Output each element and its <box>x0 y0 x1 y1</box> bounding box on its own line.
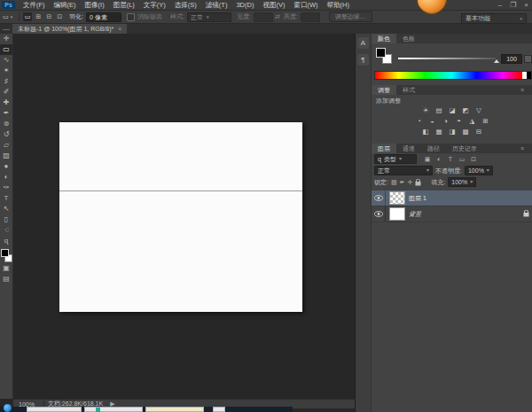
screen-mode-button[interactable]: ▤ <box>0 274 12 284</box>
filter-pixel-layers-icon[interactable]: ▣ <box>423 155 432 163</box>
brightness-contrast-icon[interactable]: ☀ <box>420 106 431 115</box>
layer-thumbnail[interactable] <box>389 207 405 221</box>
crop-tool-icon[interactable]: ♯ <box>0 76 12 87</box>
color-spectrum-ramp[interactable] <box>374 71 532 80</box>
levels-icon[interactable]: ▤ <box>434 106 444 115</box>
slider-option-icon[interactable] <box>524 55 532 63</box>
tab-history[interactable]: 历史记录 <box>446 144 483 153</box>
selective-color-icon[interactable]: ⊟ <box>473 128 484 136</box>
taskbar-app-icon[interactable] <box>4 404 12 412</box>
eyedropper-tool-icon[interactable]: ✐ <box>0 87 12 97</box>
menu-filter[interactable]: 滤镜(T) <box>201 0 232 10</box>
hue-saturation-icon[interactable]: ◔ <box>414 117 425 126</box>
quick-selection-tool-icon[interactable]: ✶ <box>0 66 12 76</box>
menu-layer[interactable]: 图层(L) <box>109 0 139 10</box>
exposure-icon[interactable]: ◩ <box>460 106 471 115</box>
dock-collapse-icon[interactable]: — <box>3 24 10 34</box>
lock-image-pixels-icon[interactable]: ✒ <box>400 179 405 186</box>
subtract-from-selection-icon[interactable]: ⊟ <box>44 12 53 21</box>
lasso-tool-icon[interactable]: ∿ <box>0 55 12 66</box>
layer-filter-dropdown[interactable]: ɋ 类型 ▾ <box>374 154 417 164</box>
menu-select[interactable]: 选择(S) <box>170 0 201 10</box>
path-selection-tool-icon[interactable]: ↖ <box>0 204 12 214</box>
filter-type-layers-icon[interactable]: T <box>446 155 455 163</box>
foreground-color-swatch[interactable] <box>1 249 9 257</box>
panel-color-swatches[interactable] <box>376 48 392 64</box>
minimize-button[interactable]: – <box>498 0 502 10</box>
threshold-icon[interactable]: ◨ <box>447 128 458 136</box>
invert-icon[interactable]: ◧ <box>420 128 431 136</box>
intersect-selection-icon[interactable]: ⊡ <box>55 12 64 21</box>
clone-stamp-tool-icon[interactable]: ⊛ <box>0 119 12 129</box>
panel-tab[interactable]: 色板 <box>396 34 421 43</box>
document-tab[interactable]: 未标题-1 @ 100%(图层 1, RGB/8)* × <box>12 24 127 34</box>
fill-field[interactable]: 100% ▾ <box>448 177 476 187</box>
visibility-toggle[interactable] <box>372 190 386 206</box>
history-brush-tool-icon[interactable]: ↺ <box>0 129 12 140</box>
lock-transparent-pixels-icon[interactable]: ▨ <box>391 179 397 186</box>
anti-alias-checkbox[interactable]: 消除锯齿 <box>127 12 162 21</box>
hand-tool-icon[interactable]: ☜ <box>0 225 12 236</box>
menu-help[interactable]: 帮助(H) <box>323 0 354 10</box>
menu-3d[interactable]: 3D(D) <box>231 0 258 10</box>
photo-filter-icon[interactable]: ◓ <box>454 117 465 126</box>
restore-button[interactable]: ❐ <box>510 0 516 10</box>
menu-image[interactable]: 图像(I) <box>81 0 109 10</box>
tab-adjustments[interactable]: 调整 <box>372 85 396 95</box>
blend-mode-dropdown[interactable]: 正常 ▾ <box>374 166 433 175</box>
tab-layers[interactable]: 图层 <box>372 144 396 153</box>
collapsed-character-panel-icon[interactable]: A <box>357 37 369 49</box>
close-tab-icon[interactable]: × <box>118 26 121 32</box>
tab-styles[interactable]: 样式 <box>396 85 421 95</box>
add-to-selection-icon[interactable]: ⊞ <box>34 12 43 21</box>
workspace-switcher[interactable]: 基本功能 ▾ <box>461 13 527 24</box>
grayscale-slider[interactable] <box>398 58 496 59</box>
visibility-toggle[interactable] <box>372 206 386 222</box>
menu-file[interactable]: 文件(F) <box>19 0 50 10</box>
type-tool-icon[interactable]: T <box>0 193 12 204</box>
canvas-pasteboard[interactable] <box>13 34 355 399</box>
foreground-color-swatch[interactable] <box>376 48 386 58</box>
menu-view[interactable]: 视图(V) <box>258 0 289 10</box>
taskbar-window-preview[interactable] <box>213 407 225 412</box>
vibrance-icon[interactable]: ▽ <box>473 106 484 115</box>
new-selection-icon[interactable]: ▭ <box>23 12 32 21</box>
opacity-field[interactable]: 100% ▾ <box>465 166 493 175</box>
taskbar-window-preview[interactable] <box>27 407 82 412</box>
layer-row-background[interactable]: 背景 <box>372 206 532 222</box>
blur-tool-icon[interactable]: ● <box>0 161 12 172</box>
brush-tool-icon[interactable]: ✒ <box>0 108 12 119</box>
taskbar-window-preview[interactable] <box>84 407 143 412</box>
menu-edit[interactable]: 编辑(E) <box>50 0 81 10</box>
document-canvas[interactable] <box>59 122 302 312</box>
layer-row-layer1[interactable]: 图层 1 <box>372 190 532 206</box>
gradient-tool-icon[interactable]: ▨ <box>0 151 12 161</box>
gradient-map-icon[interactable]: ▩ <box>460 128 471 136</box>
black-white-icon[interactable]: ◑ <box>441 117 451 126</box>
collapsed-paragraph-panel-icon[interactable]: ¶ <box>357 54 369 66</box>
filter-shape-layers-icon[interactable]: ▭ <box>458 155 466 163</box>
layer-thumbnail[interactable] <box>389 191 405 205</box>
panel-menu-icon[interactable]: ≡ <box>514 144 530 153</box>
quick-mask-button[interactable]: ▣ <box>0 263 12 274</box>
panel-menu-icon[interactable]: ≡ <box>514 85 530 95</box>
tab-channels[interactable]: 通道 <box>396 144 421 153</box>
refine-edge-button[interactable]: 调整边缘… <box>329 12 372 22</box>
move-tool-icon[interactable]: ✛ <box>0 34 12 44</box>
height-input[interactable] <box>301 12 320 22</box>
slider-handle-icon[interactable] <box>494 59 499 63</box>
layer-name[interactable]: 背景 <box>409 210 421 219</box>
width-input[interactable] <box>254 12 273 22</box>
zoom-tool-icon[interactable]: ɋ <box>0 236 12 246</box>
lock-all-icon[interactable] <box>415 179 421 186</box>
color-swatches-widget[interactable] <box>0 248 12 263</box>
dodge-tool-icon[interactable]: ◐ <box>0 172 12 183</box>
tab-paths[interactable]: 路径 <box>421 144 446 153</box>
pen-tool-icon[interactable]: ✑ <box>0 183 12 193</box>
posterize-icon[interactable]: ▦ <box>434 128 444 136</box>
panel-tab[interactable]: 颜色 <box>372 34 396 43</box>
style-dropdown[interactable]: 正常 ▾ <box>187 12 231 22</box>
channel-mixer-icon[interactable]: ◮ <box>467 117 478 126</box>
curves-icon[interactable]: ◪ <box>447 106 458 115</box>
layer-name[interactable]: 图层 1 <box>409 194 426 203</box>
